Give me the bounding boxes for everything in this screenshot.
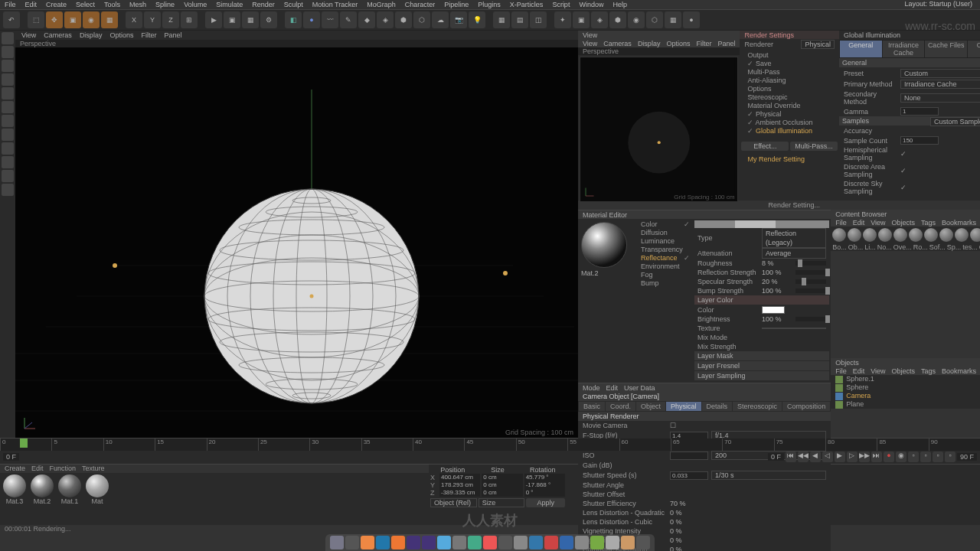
rs-stereoscopic[interactable]: Stereoscopic: [744, 93, 835, 102]
rs-multipass[interactable]: Multi-Pass: [744, 68, 835, 77]
y-axis-button[interactable]: Y: [144, 11, 161, 28]
menu-tools[interactable]: Tools: [104, 1, 120, 8]
mm-menu-edit[interactable]: Edit: [31, 465, 44, 473]
rs-physical[interactable]: Physical: [744, 110, 835, 119]
cb-preset-item[interactable]: [832, 228, 846, 242]
rs-options[interactable]: Options: [744, 85, 835, 93]
coord-size-dropdown[interactable]: Size: [479, 498, 525, 507]
cb-preset-item[interactable]: [924, 228, 938, 242]
size-y-input[interactable]: 0 cm: [482, 481, 522, 489]
goto-start-button[interactable]: ⏮: [786, 452, 796, 462]
attr-menu-edit[interactable]: Edit: [606, 384, 619, 392]
gi-hemi-checkbox[interactable]: ✓: [900, 150, 906, 158]
recent-tool-button[interactable]: ▦: [101, 11, 118, 28]
ch-bump[interactable]: Bump: [635, 279, 691, 288]
preview-tab-view[interactable]: View: [583, 31, 597, 39]
brightness-value[interactable]: 100 %: [762, 315, 792, 324]
dock-aftereffects-icon[interactable]: [407, 536, 420, 549]
menu-mesh[interactable]: Mesh: [129, 1, 146, 8]
dock-chrome-icon[interactable]: [361, 536, 374, 549]
sphere-primitive-button[interactable]: ●: [303, 11, 320, 28]
rs-materialoverride[interactable]: Material Override: [744, 102, 835, 110]
next-key-button[interactable]: ▶▶: [859, 452, 870, 462]
material-thumb[interactable]: Mat: [84, 474, 110, 505]
obj-sphere[interactable]: Sphere: [831, 383, 980, 392]
camera-button[interactable]: 📷: [450, 11, 467, 28]
xp-emitter-button[interactable]: ✦: [554, 11, 571, 28]
rs-save[interactable]: Save: [744, 60, 835, 68]
goto-end-button[interactable]: ⏭: [871, 452, 882, 462]
layout-dropdown[interactable]: Layout: Startup (User): [904, 0, 972, 8]
vp-menu-options[interactable]: Options: [109, 31, 133, 39]
size-x-input[interactable]: 0 cm: [482, 474, 522, 481]
gi-secondary-dropdown[interactable]: None: [900, 93, 980, 103]
rs-ao[interactable]: Ambient Occlusion: [744, 119, 835, 127]
ch-color[interactable]: Color: [635, 220, 691, 229]
layer-color-section[interactable]: Layer Color: [694, 295, 829, 305]
snap-enable-button[interactable]: [2, 142, 14, 155]
dock-app-icon[interactable]: [452, 536, 466, 549]
reflectance-layers-strip[interactable]: [694, 220, 829, 228]
preview-menubar[interactable]: View Cameras Display Options Filter Pane…: [578, 39, 740, 47]
obj-camera[interactable]: Camera: [831, 392, 980, 400]
coord-object-dropdown[interactable]: Object (Rel): [430, 498, 477, 507]
pos-x-input[interactable]: 400.647 cm: [439, 474, 480, 481]
ch-luminance[interactable]: Luminance: [635, 237, 691, 246]
menu-render[interactable]: Render: [252, 1, 275, 8]
mm-menu-create[interactable]: Create: [5, 465, 25, 473]
attr-tab-stereo[interactable]: Stereoscopic: [733, 402, 782, 411]
rot-h-input[interactable]: 45.779 °: [524, 474, 565, 481]
vp-menu-filter[interactable]: Filter: [141, 31, 156, 39]
point-mode-button[interactable]: [2, 73, 14, 86]
deformer-button[interactable]: ⬡: [413, 11, 430, 28]
cb-preset-item[interactable]: [863, 228, 877, 242]
attr-tab-basic[interactable]: Basic: [579, 402, 605, 411]
shutterspeed-input[interactable]: [670, 471, 708, 480]
snap-settings-button[interactable]: [2, 156, 14, 168]
render-view-button[interactable]: ▶: [205, 11, 222, 28]
obj-menu-bookmarks[interactable]: Bookmarks: [942, 367, 976, 375]
render-region-button[interactable]: ▣: [224, 11, 240, 28]
app-menubar[interactable]: File Edit Create Select Tools Mesh Splin…: [0, 0, 980, 9]
attr-tab-compo[interactable]: Composition: [782, 402, 830, 411]
gi-primary-dropdown[interactable]: Irradiance Cache: [900, 80, 980, 89]
gi-tab-options[interactable]: Options: [968, 41, 980, 57]
prev-key-button[interactable]: ◀◀: [798, 452, 808, 462]
gi-samplecount-input[interactable]: [900, 136, 939, 145]
rs-output[interactable]: Output: [744, 51, 835, 60]
menu-xparticles[interactable]: X-Particles: [510, 1, 544, 8]
menu-file[interactable]: File: [5, 1, 16, 8]
attr-menu-mode[interactable]: Mode: [583, 384, 600, 392]
dock-finder-icon[interactable]: [330, 536, 344, 549]
obj-menu-file[interactable]: File: [835, 367, 847, 375]
dock-app-icon[interactable]: [345, 536, 359, 549]
ch-reflectance[interactable]: Reflectance: [635, 254, 691, 262]
dock-trash-icon[interactable]: [636, 536, 650, 549]
dock-app-icon[interactable]: [529, 536, 543, 549]
next-frame-button[interactable]: ▷: [847, 452, 858, 462]
chroma-value[interactable]: 0 %: [670, 546, 708, 551]
pv-options[interactable]: Options: [666, 40, 690, 47]
main-viewport[interactable]: Grid Spacing : 100 cm: [15, 47, 578, 438]
menu-edit[interactable]: Edit: [25, 1, 38, 8]
vp-menu-cameras[interactable]: Cameras: [44, 31, 72, 39]
pv-filter[interactable]: Filter: [696, 40, 711, 47]
menu-window[interactable]: Window: [579, 1, 603, 8]
cb-menu-tags[interactable]: Tags: [921, 219, 936, 227]
menu-pipeline[interactable]: Pipeline: [444, 1, 469, 8]
lensdist-c-value[interactable]: 0 %: [670, 518, 708, 526]
record-button[interactable]: ●: [884, 452, 894, 462]
gi-tab-general[interactable]: General: [840, 41, 882, 57]
key-scale-button[interactable]: ▫: [920, 452, 931, 462]
cb-menu-bookmarks[interactable]: Bookmarks: [942, 219, 976, 227]
prev-frame-button[interactable]: ◀: [810, 452, 821, 462]
dock-app-icon[interactable]: [498, 536, 512, 549]
dock-premiere-icon[interactable]: [422, 536, 436, 549]
gi-sky-checkbox[interactable]: ✓: [900, 184, 906, 191]
dock-app-icon[interactable]: [468, 536, 482, 549]
macos-dock[interactable]: [325, 534, 655, 551]
menu-plugins[interactable]: Plugins: [478, 1, 501, 8]
dock-app-icon[interactable]: [575, 536, 589, 549]
menu-script[interactable]: Script: [552, 1, 570, 8]
texture-dropdown[interactable]: [762, 328, 826, 329]
